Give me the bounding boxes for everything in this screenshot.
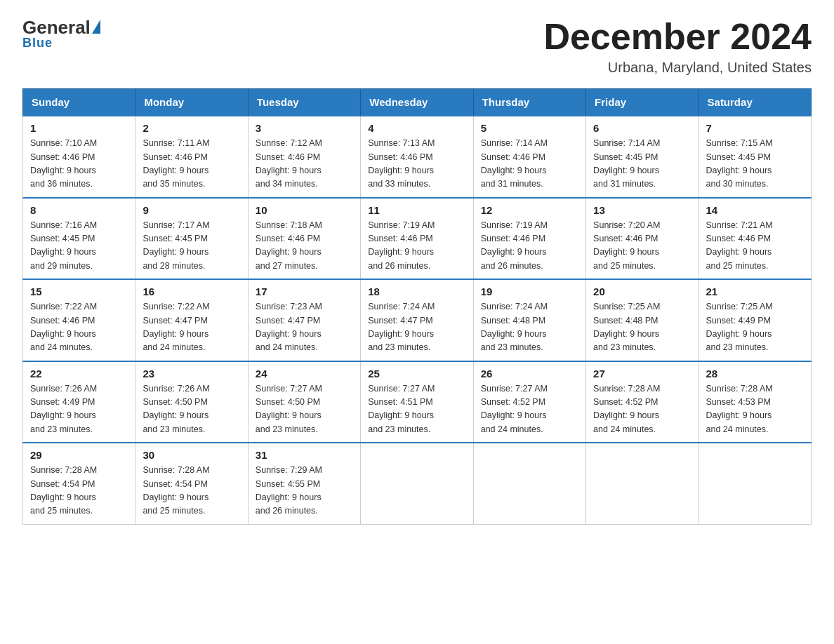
day-info: Sunrise: 7:16 AM Sunset: 4:45 PM Dayligh…	[30, 219, 128, 274]
day-number: 17	[256, 286, 353, 297]
header-friday: Friday	[586, 89, 699, 116]
day-number: 1	[30, 122, 128, 134]
day-info: Sunrise: 7:24 AM Sunset: 4:47 PM Dayligh…	[368, 300, 465, 355]
day-number: 9	[143, 204, 240, 216]
day-info: Sunrise: 7:22 AM Sunset: 4:47 PM Dayligh…	[143, 300, 240, 355]
calendar-cell	[699, 443, 811, 524]
day-info: Sunrise: 7:19 AM Sunset: 4:46 PM Dayligh…	[481, 219, 578, 274]
day-number: 4	[368, 122, 465, 134]
day-info: Sunrise: 7:26 AM Sunset: 4:50 PM Dayligh…	[143, 382, 240, 437]
week-row-1: 1 Sunrise: 7:10 AM Sunset: 4:46 PM Dayli…	[23, 116, 812, 198]
calendar-cell: 21 Sunrise: 7:25 AM Sunset: 4:49 PM Dayl…	[699, 279, 811, 361]
week-row-2: 8 Sunrise: 7:16 AM Sunset: 4:45 PM Dayli…	[23, 198, 812, 280]
day-info: Sunrise: 7:25 AM Sunset: 4:48 PM Dayligh…	[593, 300, 691, 355]
day-number: 15	[30, 286, 128, 297]
day-info: Sunrise: 7:15 AM Sunset: 4:45 PM Dayligh…	[706, 137, 804, 192]
day-number: 27	[593, 368, 691, 380]
calendar-cell: 5 Sunrise: 7:14 AM Sunset: 4:46 PM Dayli…	[473, 116, 585, 198]
page-header: General Blue December 2024 Urbana, Maryl…	[22, 17, 812, 76]
logo-triangle-icon	[92, 20, 100, 34]
day-info: Sunrise: 7:14 AM Sunset: 4:46 PM Dayligh…	[481, 137, 578, 192]
calendar-cell	[586, 443, 699, 524]
logo-blue-text: Blue	[22, 36, 53, 51]
day-info: Sunrise: 7:28 AM Sunset: 4:54 PM Dayligh…	[30, 464, 128, 518]
header-saturday: Saturday	[699, 89, 811, 116]
day-info: Sunrise: 7:27 AM Sunset: 4:51 PM Dayligh…	[368, 382, 465, 437]
calendar-cell: 7 Sunrise: 7:15 AM Sunset: 4:45 PM Dayli…	[699, 116, 811, 198]
day-info: Sunrise: 7:10 AM Sunset: 4:46 PM Dayligh…	[30, 137, 128, 192]
month-title: December 2024	[543, 17, 812, 57]
day-info: Sunrise: 7:27 AM Sunset: 4:50 PM Dayligh…	[256, 382, 353, 437]
header-wednesday: Wednesday	[361, 89, 473, 116]
day-info: Sunrise: 7:27 AM Sunset: 4:52 PM Dayligh…	[481, 382, 578, 437]
calendar-cell: 16 Sunrise: 7:22 AM Sunset: 4:47 PM Dayl…	[135, 279, 248, 361]
calendar-cell: 20 Sunrise: 7:25 AM Sunset: 4:48 PM Dayl…	[586, 279, 699, 361]
day-info: Sunrise: 7:12 AM Sunset: 4:46 PM Dayligh…	[256, 137, 353, 192]
day-info: Sunrise: 7:24 AM Sunset: 4:48 PM Dayligh…	[481, 300, 578, 355]
day-info: Sunrise: 7:23 AM Sunset: 4:47 PM Dayligh…	[256, 300, 353, 355]
day-number: 23	[143, 368, 240, 380]
calendar-cell: 6 Sunrise: 7:14 AM Sunset: 4:45 PM Dayli…	[586, 116, 699, 198]
day-number: 16	[143, 286, 240, 297]
title-area: December 2024 Urbana, Maryland, United S…	[543, 17, 812, 76]
week-row-5: 29 Sunrise: 7:28 AM Sunset: 4:54 PM Dayl…	[23, 443, 812, 524]
day-number: 30	[143, 449, 240, 461]
day-number: 13	[593, 204, 691, 216]
location-text: Urbana, Maryland, United States	[543, 60, 812, 76]
day-info: Sunrise: 7:25 AM Sunset: 4:49 PM Dayligh…	[706, 300, 804, 355]
day-number: 18	[368, 286, 465, 297]
calendar-cell: 27 Sunrise: 7:28 AM Sunset: 4:52 PM Dayl…	[586, 361, 699, 443]
day-number: 11	[368, 204, 465, 216]
logo: General Blue	[22, 17, 100, 51]
calendar-cell: 4 Sunrise: 7:13 AM Sunset: 4:46 PM Dayli…	[361, 116, 473, 198]
day-number: 20	[593, 286, 691, 297]
day-info: Sunrise: 7:28 AM Sunset: 4:53 PM Dayligh…	[706, 382, 804, 437]
day-number: 2	[143, 122, 240, 134]
day-number: 22	[30, 368, 128, 380]
day-number: 25	[368, 368, 465, 380]
calendar-cell: 1 Sunrise: 7:10 AM Sunset: 4:46 PM Dayli…	[23, 116, 135, 198]
calendar-cell: 10 Sunrise: 7:18 AM Sunset: 4:46 PM Dayl…	[248, 198, 360, 280]
calendar-cell: 30 Sunrise: 7:28 AM Sunset: 4:54 PM Dayl…	[135, 443, 248, 524]
day-info: Sunrise: 7:28 AM Sunset: 4:52 PM Dayligh…	[593, 382, 691, 437]
day-info: Sunrise: 7:13 AM Sunset: 4:46 PM Dayligh…	[368, 137, 465, 192]
day-number: 12	[481, 204, 578, 216]
calendar-cell: 22 Sunrise: 7:26 AM Sunset: 4:49 PM Dayl…	[23, 361, 135, 443]
day-info: Sunrise: 7:11 AM Sunset: 4:46 PM Dayligh…	[143, 137, 240, 192]
day-number: 26	[481, 368, 578, 380]
calendar-cell: 26 Sunrise: 7:27 AM Sunset: 4:52 PM Dayl…	[473, 361, 585, 443]
day-number: 29	[30, 449, 128, 461]
header-tuesday: Tuesday	[248, 89, 360, 116]
day-info: Sunrise: 7:21 AM Sunset: 4:46 PM Dayligh…	[706, 219, 804, 274]
calendar-cell	[361, 443, 473, 524]
calendar-cell: 2 Sunrise: 7:11 AM Sunset: 4:46 PM Dayli…	[135, 116, 248, 198]
calendar-cell: 31 Sunrise: 7:29 AM Sunset: 4:55 PM Dayl…	[248, 443, 360, 524]
calendar-cell: 19 Sunrise: 7:24 AM Sunset: 4:48 PM Dayl…	[473, 279, 585, 361]
day-info: Sunrise: 7:29 AM Sunset: 4:55 PM Dayligh…	[256, 464, 353, 518]
day-number: 21	[706, 286, 804, 297]
day-info: Sunrise: 7:22 AM Sunset: 4:46 PM Dayligh…	[30, 300, 128, 355]
calendar-cell: 17 Sunrise: 7:23 AM Sunset: 4:47 PM Dayl…	[248, 279, 360, 361]
calendar-cell: 28 Sunrise: 7:28 AM Sunset: 4:53 PM Dayl…	[699, 361, 811, 443]
calendar-cell: 25 Sunrise: 7:27 AM Sunset: 4:51 PM Dayl…	[361, 361, 473, 443]
calendar-cell: 24 Sunrise: 7:27 AM Sunset: 4:50 PM Dayl…	[248, 361, 360, 443]
week-row-3: 15 Sunrise: 7:22 AM Sunset: 4:46 PM Dayl…	[23, 279, 812, 361]
calendar-cell: 13 Sunrise: 7:20 AM Sunset: 4:46 PM Dayl…	[586, 198, 699, 280]
calendar-cell: 29 Sunrise: 7:28 AM Sunset: 4:54 PM Dayl…	[23, 443, 135, 524]
day-number: 31	[256, 449, 353, 461]
day-number: 24	[256, 368, 353, 380]
day-info: Sunrise: 7:17 AM Sunset: 4:45 PM Dayligh…	[143, 219, 240, 274]
day-number: 6	[593, 122, 691, 134]
day-number: 28	[706, 368, 804, 380]
day-number: 8	[30, 204, 128, 216]
day-number: 14	[706, 204, 804, 216]
calendar-cell: 18 Sunrise: 7:24 AM Sunset: 4:47 PM Dayl…	[361, 279, 473, 361]
calendar-cell: 23 Sunrise: 7:26 AM Sunset: 4:50 PM Dayl…	[135, 361, 248, 443]
day-info: Sunrise: 7:20 AM Sunset: 4:46 PM Dayligh…	[593, 219, 691, 274]
day-info: Sunrise: 7:14 AM Sunset: 4:45 PM Dayligh…	[593, 137, 691, 192]
day-info: Sunrise: 7:19 AM Sunset: 4:46 PM Dayligh…	[368, 219, 465, 274]
day-number: 7	[706, 122, 804, 134]
calendar-cell: 11 Sunrise: 7:19 AM Sunset: 4:46 PM Dayl…	[361, 198, 473, 280]
calendar-cell: 3 Sunrise: 7:12 AM Sunset: 4:46 PM Dayli…	[248, 116, 360, 198]
day-info: Sunrise: 7:18 AM Sunset: 4:46 PM Dayligh…	[256, 219, 353, 274]
